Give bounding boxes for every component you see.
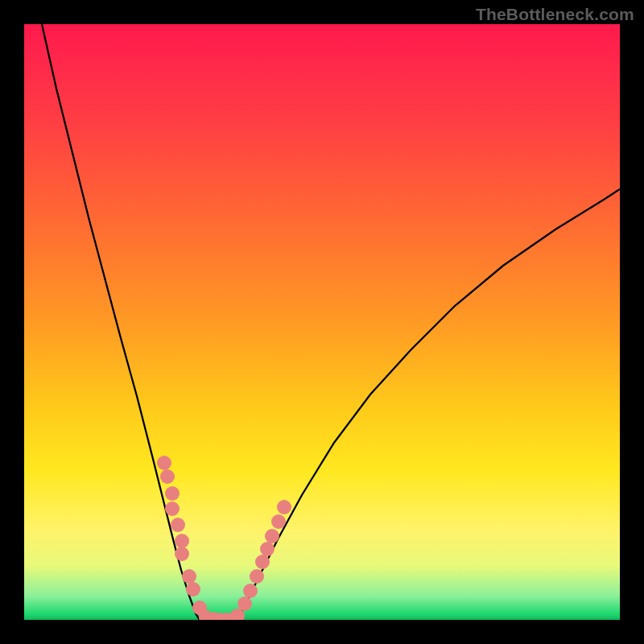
data-marker [165,502,180,516]
data-marker [182,569,196,584]
chart-frame: TheBottleneck.com [0,0,644,644]
plot-area [24,24,620,620]
data-marker [160,469,175,484]
data-marker [260,542,275,556]
data-marker [175,534,189,548]
data-marker [250,569,264,584]
marker-cluster-left [157,456,233,620]
data-marker [237,597,252,611]
data-marker [255,555,270,569]
data-marker [243,584,258,598]
data-marker [186,582,200,597]
data-marker [157,456,171,470]
watermark-text: TheBottleneck.com [476,5,634,24]
data-marker [171,518,185,532]
data-marker [265,529,279,543]
data-marker [277,500,291,514]
marker-cluster-right [225,500,291,620]
data-marker [165,486,180,501]
curve-layer [24,24,620,620]
data-marker [271,514,286,529]
bottleneck-curve [42,24,620,620]
data-marker [175,547,189,561]
